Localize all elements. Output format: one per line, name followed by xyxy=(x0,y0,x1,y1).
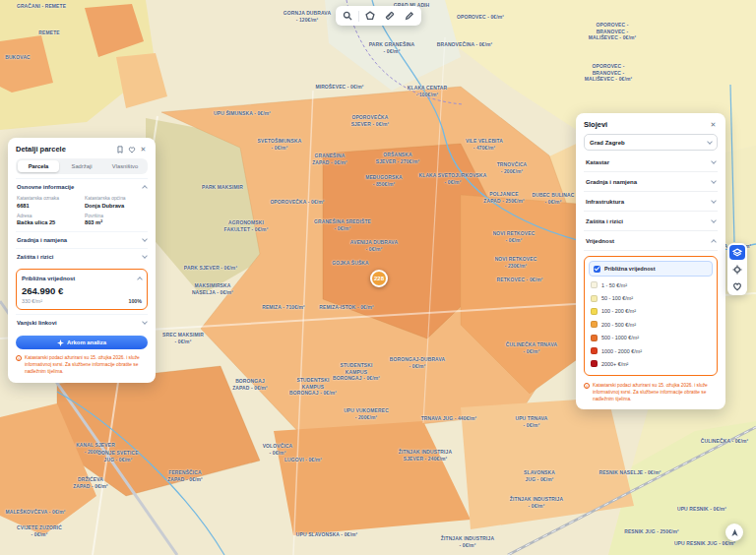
section-external-links[interactable]: Vanjski linkovi xyxy=(16,314,148,331)
parcel-details-panel: Detalji parcele ✕ Parcela Sadržaji Vlasn… xyxy=(8,138,156,383)
layer-sections: Katastar Gradnja i namjena Infrastruktur… xyxy=(584,153,718,251)
search-button[interactable] xyxy=(339,8,356,24)
parcel-tabs: Parcela Sadržaji Vlasništvo xyxy=(16,158,148,174)
legend-swatch xyxy=(591,360,598,367)
info-icon: i xyxy=(16,355,22,361)
value-layer-toggle[interactable]: Približna vrijednost xyxy=(589,261,713,277)
chevron-icon xyxy=(711,198,717,204)
layer-section[interactable]: Katastar xyxy=(584,153,718,172)
legend-item: 50 - 100 €/m² xyxy=(589,291,713,304)
toolbar-divider xyxy=(358,11,359,22)
legend-swatch xyxy=(591,347,598,354)
layers-button[interactable] xyxy=(729,245,745,260)
favorite-button[interactable] xyxy=(127,145,136,154)
legend-item: 2000+ €/m² xyxy=(589,357,713,370)
section-risks[interactable]: Zaštita i rizici xyxy=(16,248,148,265)
legend-swatch xyxy=(591,308,598,315)
edit-icon xyxy=(405,11,414,21)
legend-swatch xyxy=(591,335,598,341)
legend-item: 1 - 50 €/m² xyxy=(589,278,713,291)
chevron-up-icon xyxy=(142,185,148,191)
chevron-icon xyxy=(711,178,717,184)
section-construction[interactable]: Gradnja i namjena xyxy=(16,231,148,248)
draw-shape-button[interactable] xyxy=(361,8,379,24)
layers-panel-title: Slojevi xyxy=(584,120,607,129)
navigate-icon xyxy=(730,528,739,537)
data-disclaimer: i Katastarski podaci ažurirani su 15. ož… xyxy=(16,354,148,376)
favorites-button[interactable] xyxy=(729,278,745,293)
layer-section[interactable]: Gradnja i namjena xyxy=(584,172,718,192)
chevron-icon xyxy=(711,158,717,164)
layers-icon xyxy=(732,248,742,258)
info-field: Katastarska oznaka 6681 xyxy=(17,196,79,209)
chevron-icon xyxy=(711,217,717,223)
parcel-panel-title: Detalji parcele xyxy=(16,145,66,154)
bookmark-button[interactable] xyxy=(115,145,124,154)
legend-item: 100 - 200 €/m² xyxy=(589,305,713,318)
edit-button[interactable] xyxy=(401,8,418,24)
legend-item: 200 - 500 €/m² xyxy=(589,318,713,331)
section-basic-info[interactable]: Osnovne informacije xyxy=(16,178,148,195)
legend-swatch xyxy=(591,321,598,328)
search-icon xyxy=(343,11,352,21)
legend-swatch xyxy=(591,295,598,302)
bookmark-icon xyxy=(116,146,124,154)
navigate-button[interactable] xyxy=(725,524,743,541)
arkom-analysis-button[interactable]: Arkom analiza xyxy=(16,336,148,349)
chevron-up-icon xyxy=(137,277,143,282)
info-field: Katastarska općina Donja Dubrava xyxy=(85,196,147,209)
locate-button[interactable] xyxy=(729,262,745,277)
region-select[interactable]: Grad Zagreb xyxy=(584,134,718,151)
chevron-down-icon xyxy=(142,236,148,242)
legend-item: 500 - 1000 €/m² xyxy=(589,332,713,344)
heart-icon xyxy=(732,281,742,291)
chevron-down-icon xyxy=(142,319,148,325)
tab[interactable]: Parcela xyxy=(18,160,59,172)
parcel-cluster-marker[interactable]: 228 xyxy=(370,270,388,287)
chevron-icon xyxy=(711,239,717,245)
close-button[interactable]: ✕ xyxy=(139,145,148,154)
data-disclaimer: i Katastarski podaci ažurirani su 15. ož… xyxy=(584,382,718,403)
parcel-value: 264.990 € xyxy=(22,284,142,298)
info-field: Površina 803 m² xyxy=(85,214,147,226)
chevron-down-icon xyxy=(142,253,148,259)
map-side-toolbar xyxy=(727,243,747,295)
sparkle-icon xyxy=(57,339,64,346)
layers-panel: Slojevi ✕ Grad Zagreb Katastar Gradnja i… xyxy=(576,113,725,409)
close-button[interactable]: ✕ xyxy=(709,120,718,129)
layer-section[interactable]: Vrijednost xyxy=(584,231,718,251)
basic-info-grid: Katastarska oznaka 6681 Katastarska opći… xyxy=(16,195,148,231)
layer-section[interactable]: Infrastruktura xyxy=(584,192,718,212)
measure-icon xyxy=(385,11,395,21)
locate-icon xyxy=(732,265,742,275)
tab[interactable]: Vlasništvo xyxy=(104,160,146,172)
layer-section[interactable]: Zaštita i rizici xyxy=(584,212,718,231)
value-per-m2: 330 €/m² xyxy=(22,298,42,304)
value-layer-box: Približna vrijednost 1 - 50 €/m² 50 - 10… xyxy=(584,256,718,376)
legend-swatch xyxy=(591,281,598,288)
map-app: GRAČANI - REMETE REMETE BUKOVAC GORNJA D… xyxy=(0,0,756,555)
value-confidence: 100% xyxy=(128,298,142,304)
shape-draw-icon xyxy=(365,11,375,21)
value-legend: 1 - 50 €/m² 50 - 100 €/m² 100 - 200 €/m² xyxy=(589,277,713,371)
info-field: Adresa Bačka ulica 25 xyxy=(17,214,79,226)
chevron-down-icon xyxy=(707,139,713,145)
approx-value-section: Približna vrijednost 264.990 € 330 €/m² … xyxy=(16,269,148,310)
measure-button[interactable] xyxy=(381,8,399,24)
info-icon: i xyxy=(584,383,590,389)
checkbox-checked-icon xyxy=(594,266,600,273)
map-toolbar xyxy=(336,6,421,26)
section-approx-value[interactable]: Približna vrijednost xyxy=(22,273,142,284)
legend-item: 1000 - 2000 €/m² xyxy=(589,344,713,357)
heart-icon xyxy=(128,146,136,154)
tab[interactable]: Sadržaji xyxy=(61,160,102,172)
